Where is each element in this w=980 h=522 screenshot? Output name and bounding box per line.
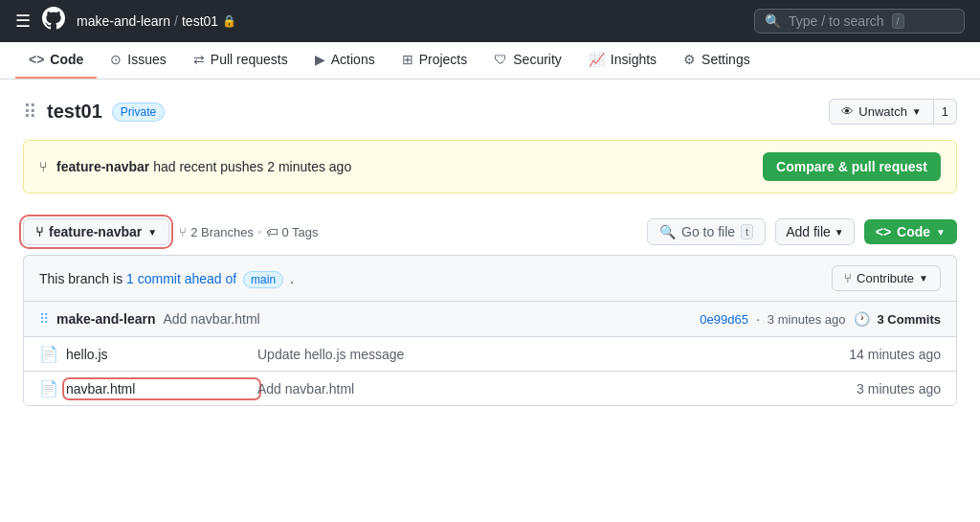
add-file-button[interactable]: Add file ▼ <box>775 218 855 245</box>
add-file-label: Add file <box>786 224 831 239</box>
commit-time: 3 minutes ago <box>768 312 846 327</box>
commit-separator: · <box>756 311 760 327</box>
tab-pull-requests[interactable]: ⇄ Pull requests <box>180 42 301 79</box>
repo-title-area: ⠿ test01 Private <box>23 101 165 124</box>
push-alert-branch: feature-navbar <box>56 159 149 174</box>
projects-tab-icon: ⊞ <box>402 52 413 67</box>
main-content: ⠿ test01 Private 👁 Unwatch ▼ 1 ⑂ feature… <box>0 79 980 425</box>
go-to-file-button[interactable]: 🔍 Go to file t <box>647 218 766 245</box>
path-separator: / <box>174 13 178 29</box>
push-alert: ⑂ feature-navbar had recent pushes 2 min… <box>23 140 957 193</box>
chevron-down-icon: ▼ <box>912 106 922 117</box>
branch-info-prefix: This branch is <box>39 271 122 286</box>
contribute-label: Contribute <box>857 271 914 285</box>
folder-header-icon: ⠿ <box>39 311 49 327</box>
slash-badge: / <box>892 13 904 29</box>
search-icon: 🔍 <box>765 13 781 29</box>
eye-icon: 👁 <box>841 104 854 119</box>
tags-link[interactable]: 0 Tags <box>282 225 319 239</box>
push-alert-text: feature-navbar had recent pushes 2 minut… <box>56 159 351 174</box>
tab-insights[interactable]: 📈 Insights <box>575 42 670 79</box>
file-commit-msg-hellojs: Update hello.js message <box>257 347 849 362</box>
folder-header-name[interactable]: make-and-learn <box>56 311 155 327</box>
go-to-file-label: Go to file <box>681 224 735 239</box>
contribute-button[interactable]: ⑂ Contribute ▼ <box>832 265 941 291</box>
tab-actions[interactable]: ▶ Actions <box>301 42 389 79</box>
tab-issues-label: Issues <box>127 52 166 67</box>
file-time-navbarhtml: 3 minutes ago <box>857 381 941 397</box>
file-section: This branch is 1 commit ahead of main . … <box>23 255 957 406</box>
unwatch-count[interactable]: 1 <box>934 99 957 125</box>
file-row-hellojs: 📄 hello.js Update hello.js message 14 mi… <box>24 337 956 372</box>
commit-ahead-link[interactable]: 1 commit ahead of <box>126 271 236 286</box>
commits-label: 3 Commits <box>878 312 941 327</box>
tag-icon: 🏷 <box>266 225 278 239</box>
compare-pull-request-button[interactable]: Compare & pull request <box>763 152 941 181</box>
file-name-hellojs[interactable]: hello.js <box>66 347 257 362</box>
repo-path: make-and-learn / test01 🔒 <box>77 13 236 29</box>
hamburger-menu[interactable]: ☰ <box>15 11 31 32</box>
tab-settings[interactable]: ⚙ Settings <box>670 42 764 79</box>
code-tab-icon: <> <box>29 52 44 67</box>
tab-projects[interactable]: ⊞ Projects <box>389 42 481 79</box>
insights-tab-icon: 📈 <box>589 52 605 67</box>
commits-link[interactable]: 3 Commits <box>878 312 941 327</box>
branch-info-row: This branch is 1 commit ahead of main . … <box>23 255 957 301</box>
actions-tab-icon: ▶ <box>315 52 325 67</box>
clock-icon: 🕐 <box>854 311 870 327</box>
code-btn-label: Code <box>897 224 930 239</box>
file-row-navbarhtml: 📄 navbar.html Add navbar.html 3 minutes … <box>24 372 956 405</box>
tab-pr-label: Pull requests <box>211 52 288 67</box>
file-time-hellojs: 14 minutes ago <box>849 347 941 362</box>
current-branch-label: feature-navbar <box>49 224 142 239</box>
unwatch-area: 👁 Unwatch ▼ 1 <box>829 99 957 125</box>
repo-name-link[interactable]: test01 <box>182 13 218 29</box>
code-button[interactable]: <> Code ▼ <box>864 219 957 244</box>
branch-icon: ⑂ <box>35 224 43 239</box>
lock-icon: 🔒 <box>222 14 236 28</box>
file-name-navbarhtml[interactable]: navbar.html <box>66 381 257 397</box>
visibility-badge: Private <box>112 102 165 122</box>
folder-header-commit-msg: Add navbar.html <box>163 311 259 327</box>
main-branch-badge: main <box>243 271 283 288</box>
repo-name: test01 <box>47 101 102 123</box>
file-icon-navbarhtml: 📄 <box>39 379 58 397</box>
search-small-icon: 🔍 <box>659 224 676 239</box>
file-table: ⠿ make-and-learn Add navbar.html 0e99d65… <box>23 301 957 406</box>
tab-actions-label: Actions <box>331 52 375 67</box>
repo-tabs: <> Code ⊙ Issues ⇄ Pull requests ▶ Actio… <box>0 42 980 79</box>
unwatch-button[interactable]: 👁 Unwatch ▼ <box>829 99 933 125</box>
github-logo[interactable] <box>42 7 65 35</box>
file-commit-msg-navbarhtml: Add navbar.html <box>257 381 857 397</box>
push-alert-message: had recent pushes 2 minutes ago <box>153 159 351 174</box>
branches-link[interactable]: 2 Branches <box>190 225 254 239</box>
search-box[interactable]: 🔍 Type / to search / <box>754 9 965 34</box>
tab-projects-label: Projects <box>419 52 468 67</box>
settings-tab-icon: ⚙ <box>683 52 696 67</box>
file-icon-hellojs: 📄 <box>39 345 58 363</box>
tab-security[interactable]: 🛡 Security <box>480 42 575 79</box>
push-alert-left: ⑂ feature-navbar had recent pushes 2 min… <box>39 159 351 174</box>
tab-code-label: Code <box>50 52 83 67</box>
branch-chevron-icon: ▼ <box>147 227 157 238</box>
unwatch-label: Unwatch <box>858 104 907 119</box>
pr-tab-icon: ⇄ <box>193 52 205 67</box>
tab-security-label: Security <box>513 52 562 67</box>
go-to-file-kbd: t <box>741 224 753 239</box>
code-btn-icon: <> <box>876 224 891 239</box>
tab-settings-label: Settings <box>702 52 750 67</box>
file-table-header-left: ⠿ make-and-learn Add navbar.html <box>39 311 260 327</box>
repo-owner-link[interactable]: make-and-learn <box>77 13 170 29</box>
issues-tab-icon: ⊙ <box>110 52 122 67</box>
tab-code[interactable]: <> Code <box>15 42 97 79</box>
tab-issues[interactable]: ⊙ Issues <box>97 42 179 79</box>
contribute-icon: ⑂ <box>844 271 852 285</box>
repo-icon: ⠿ <box>23 101 37 124</box>
search-placeholder: Type / to search <box>789 13 884 29</box>
security-tab-icon: 🛡 <box>494 52 507 67</box>
branch-selector[interactable]: ⑂ feature-navbar ▼ <box>23 218 169 245</box>
branch-info-suffix: . <box>290 271 294 286</box>
commit-hash-link[interactable]: 0e99d65 <box>700 312 748 327</box>
file-table-header-right: 0e99d65 · 3 minutes ago 🕐 3 Commits <box>700 311 941 327</box>
branch-meta: ⑂ 2 Branches • 🏷 0 Tags <box>179 225 318 239</box>
